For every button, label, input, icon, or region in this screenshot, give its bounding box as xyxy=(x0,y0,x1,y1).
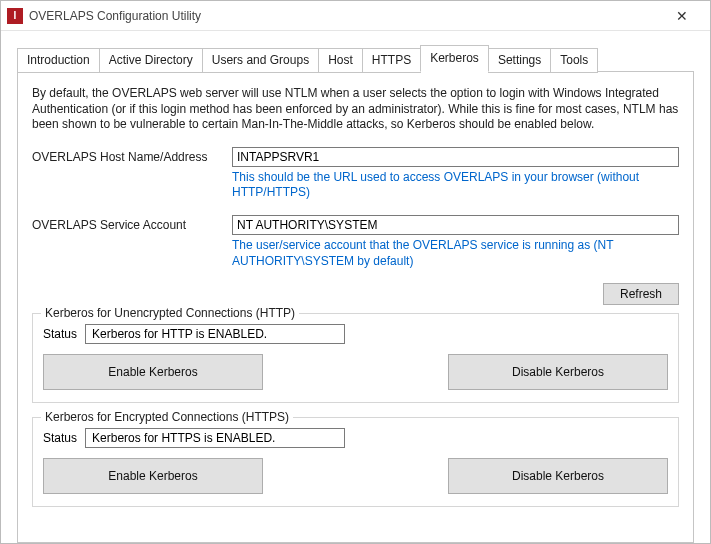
http-group-title: Kerberos for Unencrypted Connections (HT… xyxy=(41,306,299,320)
tab-panel: By default, the OVERLAPS web server will… xyxy=(17,71,694,543)
app-icon: I xyxy=(7,8,23,24)
tabstrip: Introduction Active Directory Users and … xyxy=(17,45,694,72)
https-status-label: Status xyxy=(43,431,77,445)
window-title: OVERLAPS Configuration Utility xyxy=(29,9,662,23)
https-disable-button[interactable]: Disable Kerberos xyxy=(448,458,668,494)
host-hint: This should be the URL used to access OV… xyxy=(232,170,679,201)
http-groupbox: Kerberos for Unencrypted Connections (HT… xyxy=(32,313,679,403)
host-input[interactable] xyxy=(232,147,679,167)
intro-text: By default, the OVERLAPS web server will… xyxy=(32,86,679,133)
tab-host[interactable]: Host xyxy=(318,48,363,73)
titlebar: I OVERLAPS Configuration Utility ✕ xyxy=(1,1,710,31)
http-enable-button[interactable]: Enable Kerberos xyxy=(43,354,263,390)
https-groupbox: Kerberos for Encrypted Connections (HTTP… xyxy=(32,417,679,507)
service-account-input[interactable] xyxy=(232,215,679,235)
tab-active-directory[interactable]: Active Directory xyxy=(99,48,203,73)
https-enable-button[interactable]: Enable Kerberos xyxy=(43,458,263,494)
http-status-label: Status xyxy=(43,327,77,341)
tab-introduction[interactable]: Introduction xyxy=(17,48,100,73)
close-icon[interactable]: ✕ xyxy=(662,8,702,24)
tab-tools[interactable]: Tools xyxy=(550,48,598,73)
tab-kerberos[interactable]: Kerberos xyxy=(420,45,489,72)
tab-settings[interactable]: Settings xyxy=(488,48,551,73)
http-status-value: Kerberos for HTTP is ENABLED. xyxy=(85,324,345,344)
tab-users-and-groups[interactable]: Users and Groups xyxy=(202,48,319,73)
host-label: OVERLAPS Host Name/Address xyxy=(32,147,232,164)
refresh-button[interactable]: Refresh xyxy=(603,283,679,305)
tab-https[interactable]: HTTPS xyxy=(362,48,421,73)
https-status-value: Kerberos for HTTPS is ENABLED. xyxy=(85,428,345,448)
service-account-hint: The user/service account that the OVERLA… xyxy=(232,238,679,269)
http-disable-button[interactable]: Disable Kerberos xyxy=(448,354,668,390)
https-group-title: Kerberos for Encrypted Connections (HTTP… xyxy=(41,410,293,424)
service-account-label: OVERLAPS Service Account xyxy=(32,215,232,232)
